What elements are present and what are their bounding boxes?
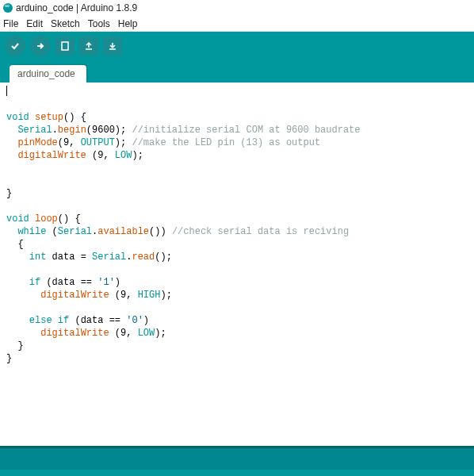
svg-rect-0 <box>62 42 68 50</box>
menu-sketch[interactable]: Sketch <box>51 18 80 29</box>
upload-button[interactable] <box>30 36 51 56</box>
verify-button[interactable] <box>5 36 25 56</box>
toolbar <box>0 32 474 60</box>
open-sketch-button[interactable] <box>79 36 98 56</box>
text-cursor <box>6 86 7 96</box>
console-area <box>0 470 474 476</box>
window-title: arduino_code | Arduino 1.8.9 <box>16 2 137 13</box>
menu-tools[interactable]: Tools <box>88 18 110 29</box>
code-editor[interactable]: void setup() { Serial.begin(9600); //ini… <box>0 83 474 446</box>
save-sketch-button[interactable] <box>103 36 122 56</box>
window-titlebar: arduino_code | Arduino 1.8.9 <box>0 0 474 16</box>
menu-help[interactable]: Help <box>118 18 138 29</box>
new-sketch-button[interactable] <box>55 36 75 56</box>
tab-bar: arduino_code <box>0 60 474 83</box>
arduino-logo-icon <box>3 3 13 13</box>
menu-edit[interactable]: Edit <box>26 18 43 29</box>
tab-arduino-code[interactable]: arduino_code <box>10 65 86 83</box>
menubar: File Edit Sketch Tools Help <box>0 16 474 32</box>
menu-file[interactable]: File <box>3 18 18 29</box>
status-bar <box>0 446 474 470</box>
tab-label: arduino_code <box>17 68 75 79</box>
